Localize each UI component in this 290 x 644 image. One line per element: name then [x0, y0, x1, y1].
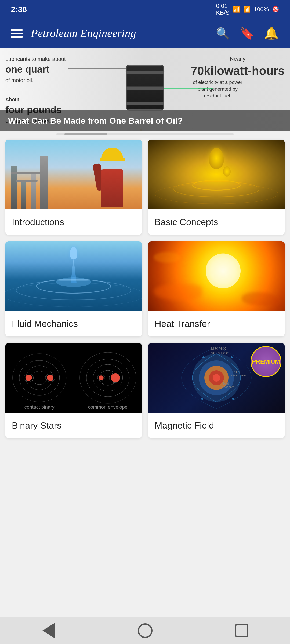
- contact-binary-label: contact binary: [24, 404, 55, 410]
- scroll-thumb: [64, 133, 107, 135]
- battery-icon: 100%: [254, 6, 269, 13]
- back-icon: [42, 623, 55, 638]
- card-introductions[interactable]: Introductions: [5, 140, 142, 235]
- bookmark-icon: 🔖: [240, 26, 255, 40]
- target-icon: 🎯: [272, 6, 279, 13]
- common-envelope-label: common envelope: [88, 404, 128, 410]
- bell-icon: 🔔: [264, 26, 279, 40]
- app-title: Petroleum Engineering: [31, 27, 136, 40]
- svg-point-15: [86, 359, 129, 397]
- bottom-nav: [0, 617, 290, 644]
- card-label-fluid-mechanics: Fluid Mechanics: [5, 311, 142, 336]
- sun-core: [206, 254, 241, 288]
- card-label-star-map: Binary Stars: [5, 413, 142, 438]
- home-icon: [138, 623, 153, 638]
- card-image-introductions: [5, 140, 142, 209]
- search-button[interactable]: 🔍: [215, 25, 231, 41]
- app-bar: Petroleum Engineering 🔍 🔖 🔔: [0, 19, 290, 48]
- svg-text:inner core: inner core: [221, 385, 234, 389]
- card-label-magnetic-field: Magnetic Field: [148, 413, 285, 438]
- card-label-introductions: Introductions: [5, 209, 142, 235]
- card-heat-transfer[interactable]: Heat Transfer: [148, 241, 285, 336]
- wifi-icon: 📶: [233, 6, 240, 13]
- card-label-basic-concepts: Basic Concepts: [148, 209, 285, 235]
- cloud-wisp-3: [154, 252, 180, 263]
- card-image-basic-concepts: [148, 140, 285, 209]
- svg-point-26: [213, 374, 220, 382]
- svg-text:▼: ▼: [231, 397, 235, 401]
- card-image-magnetic: ▲ ▲ ▼ ▼ Magnetic North Pole Liquid outer…: [148, 343, 285, 413]
- common-envelope-panel: common envelope: [74, 343, 142, 413]
- category-grid: Introductions Basic Concepts: [0, 137, 290, 441]
- status-bar: 2:38 0.01KB/S 📶 📶 100% 🎯: [0, 0, 290, 19]
- app-bar-right: 🔍 🔖 🔔: [215, 25, 279, 41]
- svg-text:Magnetic: Magnetic: [211, 346, 226, 350]
- premium-label: PREMIUM: [252, 358, 280, 365]
- svg-point-9: [32, 371, 47, 385]
- bookmark-button[interactable]: 🔖: [239, 25, 255, 41]
- banner[interactable]: Lubricants to make about one quart of mo…: [0, 48, 290, 131]
- card-star-map[interactable]: contact binary common en: [5, 343, 142, 438]
- recents-button[interactable]: [231, 620, 252, 641]
- notification-button[interactable]: 🔔: [263, 25, 279, 41]
- svg-text:▲: ▲: [202, 354, 205, 358]
- svg-point-21: [111, 373, 120, 382]
- back-button[interactable]: [38, 620, 59, 641]
- status-time: 2:38: [11, 5, 27, 14]
- refinery-scene: [5, 140, 142, 209]
- contact-binary-svg: [5, 343, 74, 413]
- worker-figure: [93, 153, 131, 207]
- contact-binary-panel: contact binary: [5, 343, 74, 413]
- card-image-heat-transfer: [148, 241, 285, 311]
- water-ripple-3: [5, 283, 142, 307]
- svg-point-20: [99, 375, 103, 380]
- svg-point-12: [26, 375, 32, 381]
- app-bar-left: Petroleum Engineering: [11, 27, 136, 40]
- svg-text:▼: ▼: [200, 397, 204, 401]
- banner-content: Lubricants to make about one quart of mo…: [0, 48, 290, 131]
- search-icon: 🔍: [216, 27, 230, 40]
- svg-point-14: [79, 352, 136, 403]
- svg-text:Liquid: Liquid: [233, 369, 241, 373]
- premium-badge: PREMIUM: [251, 346, 281, 377]
- status-icons: 0.01KB/S 📶 📶 100% 🎯: [216, 2, 279, 16]
- oil-ripple-3: [155, 184, 278, 204]
- scroll-track: [56, 133, 234, 135]
- banner-overlay: What Can Be Made from One Barrel of Oil?: [0, 110, 290, 131]
- recents-icon: [235, 624, 248, 637]
- svg-point-6: [13, 354, 66, 402]
- svg-point-13: [47, 375, 53, 381]
- barrel: [126, 65, 164, 111]
- card-magnetic-field[interactable]: ▲ ▲ ▼ ▼ Magnetic North Pole Liquid outer…: [148, 343, 285, 438]
- fluid-scene: [5, 241, 142, 311]
- svg-text:North Pole: North Pole: [211, 351, 228, 355]
- menu-button[interactable]: [11, 29, 23, 38]
- home-button[interactable]: [134, 620, 156, 641]
- signal-icon: 📶: [243, 6, 251, 13]
- data-rate-icon: 0.01KB/S: [216, 2, 230, 16]
- card-image-star-map: contact binary common en: [5, 343, 142, 413]
- card-image-fluid-mechanics: [5, 241, 142, 311]
- svg-text:▲: ▲: [230, 354, 234, 358]
- card-label-heat-transfer: Heat Transfer: [148, 311, 285, 336]
- scroll-indicator: [0, 131, 290, 137]
- star-panels: contact binary common en: [5, 343, 142, 413]
- common-envelope-svg: [74, 343, 142, 413]
- card-fluid-mechanics[interactable]: Fluid Mechanics: [5, 241, 142, 336]
- svg-text:outer core: outer core: [231, 374, 246, 377]
- card-basic-concepts[interactable]: Basic Concepts: [148, 140, 285, 235]
- svg-text:Solid: Solid: [222, 382, 229, 385]
- banner-title: What Can Be Made from One Barrel of Oil?: [8, 116, 183, 126]
